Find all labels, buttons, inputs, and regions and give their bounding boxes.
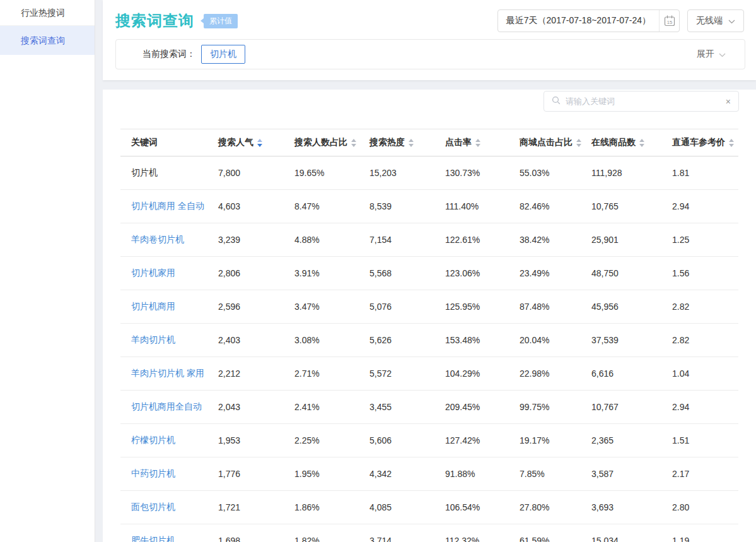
keyword-link[interactable]: 羊肉卷切片机: [120, 223, 218, 257]
value-cell: 7,800: [218, 156, 294, 190]
value-cell: 8.47%: [294, 190, 369, 223]
column-header[interactable]: 在线商品数: [591, 129, 672, 156]
value-cell: 2,403: [218, 324, 294, 357]
value-cell: 111.40%: [445, 190, 520, 223]
value-cell: 23.49%: [520, 257, 591, 290]
date-range-text[interactable]: 最近7天（2017-07-18~2017-07-24）: [498, 10, 659, 32]
sort-icon[interactable]: [639, 139, 644, 147]
sort-icon[interactable]: [257, 139, 262, 147]
value-cell: 1.95%: [294, 457, 369, 491]
expand-toggle[interactable]: 展开: [697, 49, 726, 60]
column-header-label: 搜索人气: [218, 137, 253, 147]
value-cell: 20.04%: [520, 324, 591, 357]
value-cell: 5,572: [369, 357, 445, 391]
value-cell: 15,203: [369, 156, 445, 190]
column-header[interactable]: 搜索人数占比: [294, 129, 369, 156]
column-header-label: 直通车参考价: [672, 137, 725, 147]
value-cell: 3,587: [591, 457, 672, 491]
value-cell: 1.51: [672, 424, 738, 457]
keyword-link[interactable]: 切片机家用: [120, 257, 218, 290]
table-row: 中药切片机1,7761.95%4,34291.88%7.85%3,5872.17: [120, 457, 738, 491]
terminal-select[interactable]: 无线端: [687, 9, 744, 32]
keyword-link[interactable]: 中药切片机: [120, 457, 218, 491]
keyword-link[interactable]: 柠檬切片机: [120, 424, 218, 457]
value-cell: 48,750: [591, 257, 672, 290]
page-title: 搜索词查询: [115, 11, 194, 31]
sidebar: 行业热搜词 搜索词查询: [0, 0, 95, 542]
sort-icon[interactable]: [351, 139, 356, 147]
value-cell: 8,539: [369, 190, 445, 223]
value-cell: 4,603: [218, 190, 294, 223]
sort-icon[interactable]: [576, 139, 581, 147]
value-cell: 1.04: [672, 357, 738, 391]
search-terms-table: 关键词搜索人气搜索人数占比搜索热度点击率商城点击占比在线商品数直通车参考价 切片…: [120, 129, 738, 542]
chevron-down-icon: [719, 49, 726, 59]
cumulative-value-badge: 累计值: [204, 14, 238, 28]
value-cell: 1,698: [218, 524, 294, 542]
value-cell: 2.82: [672, 324, 738, 357]
keyword-link[interactable]: 切片机商用全自动: [120, 391, 218, 424]
value-cell: 2.80: [672, 491, 738, 524]
value-cell: 5,076: [369, 290, 445, 324]
svg-text:15: 15: [666, 20, 672, 25]
sort-icon[interactable]: [409, 139, 414, 147]
header-section: 搜索词查询 累计值 最近7天（2017-07-18~2017-07-24） 15: [103, 0, 756, 80]
expand-label: 展开: [697, 49, 714, 60]
header-controls: 最近7天（2017-07-18~2017-07-24） 15 无线端: [497, 9, 744, 32]
current-search-term-label: 当前搜索词：: [142, 49, 195, 60]
column-header-label: 在线商品数: [591, 137, 636, 147]
column-header-label: 搜索热度: [369, 137, 405, 147]
value-cell: 4.88%: [294, 223, 369, 257]
column-header[interactable]: 搜索人气: [218, 129, 294, 156]
value-cell: 15,034: [591, 524, 672, 542]
keyword-link[interactable]: 面包切片机: [120, 491, 218, 524]
keyword-link[interactable]: 切片机商用: [120, 290, 218, 324]
value-cell: 1.19: [672, 524, 738, 542]
value-cell: 3,239: [218, 223, 294, 257]
value-cell: 5,626: [369, 324, 445, 357]
value-cell: 2.71%: [294, 357, 369, 391]
column-header[interactable]: 点击率: [445, 129, 520, 156]
keyword-link[interactable]: 肥牛切片机: [120, 524, 218, 542]
keyword-search-box[interactable]: ×: [544, 91, 739, 112]
value-cell: 1.86%: [294, 491, 369, 524]
keyword-search-input[interactable]: [566, 97, 726, 106]
value-cell: 37,539: [591, 324, 672, 357]
value-cell: 22.98%: [520, 357, 591, 391]
value-cell: 1.82%: [294, 524, 369, 542]
column-header[interactable]: 直通车参考价: [672, 129, 738, 156]
keyword-link[interactable]: 羊肉切片机: [120, 324, 218, 357]
table-row: 羊肉切片机2,4033.08%5,626153.48%20.04%37,5392…: [120, 324, 738, 357]
value-cell: 122.61%: [445, 223, 520, 257]
keyword-link[interactable]: 羊肉片切片机 家用: [120, 357, 218, 391]
value-cell: 45,956: [591, 290, 672, 324]
value-cell: 125.95%: [445, 290, 520, 324]
sidebar-item-search-term-query[interactable]: 搜索词查询: [0, 26, 95, 55]
sidebar-item-industry-hot-words[interactable]: 行业热搜词: [0, 0, 95, 26]
calendar-icon[interactable]: 15: [659, 10, 679, 32]
value-cell: 2,365: [591, 424, 672, 457]
current-keyword-chip[interactable]: 切片机: [201, 45, 245, 64]
clear-search-icon[interactable]: ×: [726, 97, 731, 106]
value-cell: 106.54%: [445, 491, 520, 524]
value-cell: 7,154: [369, 223, 445, 257]
date-range-picker[interactable]: 最近7天（2017-07-18~2017-07-24） 15: [497, 9, 680, 32]
results-panel: × 关键词搜索人气搜索人数占比搜索热度点击率商城点击占比在线商品数直通车参考价 …: [103, 90, 756, 542]
sort-icon[interactable]: [475, 139, 480, 147]
value-cell: 1.81: [672, 156, 738, 190]
column-header[interactable]: 商城点击占比: [520, 129, 591, 156]
value-cell: 27.80%: [520, 491, 591, 524]
title-row: 搜索词查询 累计值 最近7天（2017-07-18~2017-07-24） 15: [103, 0, 756, 33]
value-cell: 19.65%: [294, 156, 369, 190]
value-cell: 19.17%: [520, 424, 591, 457]
value-cell: 99.75%: [520, 391, 591, 424]
value-cell: 38.42%: [520, 223, 591, 257]
column-header: 关键词: [120, 129, 218, 156]
search-icon: [552, 96, 561, 107]
table-body: 切片机7,80019.65%15,203130.73%55.03%111,928…: [120, 156, 738, 542]
keyword-link[interactable]: 切片机商用 全自动: [120, 190, 218, 223]
value-cell: 209.45%: [445, 391, 520, 424]
table-row: 羊肉卷切片机3,2394.88%7,154122.61%38.42%25,901…: [120, 223, 738, 257]
column-header[interactable]: 搜索热度: [369, 129, 445, 156]
sort-icon[interactable]: [729, 139, 734, 147]
